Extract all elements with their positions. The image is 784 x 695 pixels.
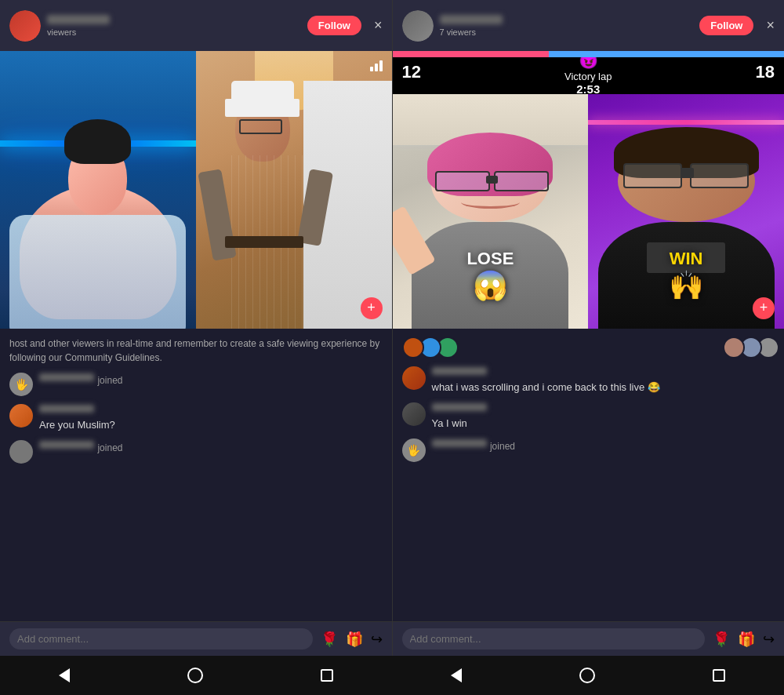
right-video-right: HOMM WIN 🙌 [588, 94, 784, 329]
right-chat-avatar-2 [402, 402, 426, 426]
left-chat-message-2: Are you Muslim? [9, 404, 383, 432]
right-chat-text-2: Ya I win [432, 417, 775, 431]
left-follow-button[interactable]: Follow [307, 16, 361, 35]
left-avatar [9, 10, 41, 42]
left-chat-joined-3: joined [97, 442, 122, 453]
right-chat-content-2: Ya I win [432, 402, 775, 431]
right-back-triangle-icon [451, 668, 462, 682]
left-comment-bar: 🌹 🎁 ↪ [0, 621, 392, 656]
win-overlay: WIN 🙌 [669, 249, 704, 302]
lose-text: LOSE [466, 249, 514, 268]
battle-score-right: 18 [756, 62, 775, 82]
right-square-icon [713, 669, 725, 682]
right-share-icon[interactable]: ↪ [763, 631, 775, 648]
battle-title: Victory lap [564, 71, 612, 82]
right-comment-bar: 🌹 🎁 ↪ [393, 621, 785, 656]
right-chat-avatar-1 [402, 366, 426, 390]
right-videos-container: LOSE 😱 [393, 94, 785, 329]
right-username-blur [440, 15, 503, 24]
right-nav-home-button[interactable] [564, 661, 611, 690]
left-chat-area: host and other viewers in real-time and … [0, 329, 392, 622]
right-chat-area: what i was scrolling and i come back to … [393, 329, 785, 622]
left-chat-message-1: 🖐 joined [9, 373, 383, 396]
left-home-circle-icon [187, 668, 203, 683]
right-nav-square-button[interactable] [697, 663, 741, 688]
right-chat-content-3: joined [432, 438, 775, 453]
battle-bar-right [549, 51, 784, 57]
right-chat-text-1: what i was scrolling and i come back to … [432, 380, 775, 395]
left-comment-icons: 🌹 🎁 ↪ [321, 631, 383, 648]
left-chat-content-2: Are you Muslim? [39, 404, 383, 432]
left-chat-guidelines: host and other viewers in real-time and … [9, 337, 383, 365]
win-text: WIN [670, 249, 703, 268]
left-stream-header: viewers Follow × [0, 0, 392, 51]
right-gift-icon[interactable]: 🎁 [738, 631, 755, 648]
battle-score-left: 12 [402, 62, 421, 82]
right-viewers-text: 7 viewers [440, 27, 700, 37]
left-chat-content-3: joined [39, 440, 383, 454]
left-chat-text-2: Are you Muslim? [39, 418, 383, 432]
right-stream-header: 7 viewers Follow × [393, 0, 785, 51]
right-comment-icons: 🌹 🎁 ↪ [713, 631, 775, 648]
left-close-button[interactable]: × [374, 17, 383, 34]
left-plus-button[interactable]: + [361, 297, 383, 319]
battle-center-info: 😈 Victory lap 2:53 [564, 51, 612, 96]
right-chat-content-1: what i was scrolling and i come back to … [432, 366, 775, 395]
right-chat-message-2: Ya I win [402, 402, 775, 431]
navigation-bar [0, 656, 784, 695]
right-chat-username-3-blur [432, 439, 487, 447]
right-stream-panel: 7 viewers Follow × 12 😈 Victory lap 2:53 [393, 0, 785, 656]
battle-progress-bar [393, 51, 785, 57]
right-follow-button[interactable]: Follow [699, 16, 753, 35]
left-video-left-half [0, 51, 196, 329]
left-nav-square-button[interactable] [305, 663, 349, 688]
left-video-right-half [196, 51, 392, 329]
right-nav-back-button[interactable] [435, 662, 477, 689]
lose-emoji: 😱 [466, 269, 514, 302]
right-header-info: 7 viewers [440, 15, 700, 37]
left-comment-input[interactable] [9, 628, 313, 650]
left-chat-avatar-2 [9, 404, 33, 428]
left-chat-joined-1: joined [97, 375, 122, 386]
battle-header: 12 😈 Victory lap 2:53 18 [393, 51, 785, 94]
right-close-button[interactable]: × [766, 17, 775, 34]
left-chat-username-3-blur [39, 441, 94, 449]
left-username-blur [47, 15, 110, 24]
right-chat-username-2-blur [432, 403, 487, 411]
right-video-left: LOSE 😱 [393, 94, 589, 329]
left-stream-panel: viewers Follow × [0, 0, 393, 656]
left-rose-icon[interactable]: 🌹 [321, 631, 338, 648]
right-home-circle-icon [579, 668, 595, 683]
left-nav-home-button[interactable] [172, 661, 219, 690]
left-chat-avatar-3 [9, 440, 33, 464]
left-header-info: viewers [47, 15, 307, 37]
left-chat-content-1: joined [39, 373, 383, 387]
left-share-icon[interactable]: ↪ [371, 631, 383, 648]
signal-bars-icon [370, 60, 383, 71]
left-chat-avatar-1: 🖐 [9, 373, 33, 396]
right-chat-username-1-blur [432, 367, 487, 375]
left-viewers-text: viewers [47, 27, 307, 37]
left-video-area: + [0, 51, 392, 329]
right-chat-message-1: what i was scrolling and i come back to … [402, 366, 775, 395]
battle-timer: 2:53 [576, 82, 600, 96]
right-chat-joined-3: joined [490, 441, 515, 452]
right-chat-message-3: 🖐 joined [402, 438, 775, 462]
right-rose-icon[interactable]: 🌹 [713, 631, 730, 648]
left-chat-username-2-blur [39, 405, 94, 413]
win-emoji: 🙌 [669, 269, 704, 302]
battle-bar-left [393, 51, 550, 57]
right-avatar [402, 10, 434, 42]
right-comment-input[interactable] [402, 628, 706, 650]
left-gift-icon[interactable]: 🎁 [346, 631, 363, 648]
lose-overlay: LOSE 😱 [466, 249, 514, 302]
left-square-icon [321, 669, 333, 682]
left-back-triangle-icon [59, 668, 70, 682]
right-chat-avatar-3: 🖐 [402, 438, 426, 462]
left-nav-back-button[interactable] [43, 662, 85, 689]
right-plus-button[interactable]: + [753, 297, 775, 319]
left-chat-username-1-blur [39, 373, 94, 381]
left-chat-message-3: joined [9, 440, 383, 464]
right-video-area: 12 😈 Victory lap 2:53 18 [393, 51, 785, 329]
